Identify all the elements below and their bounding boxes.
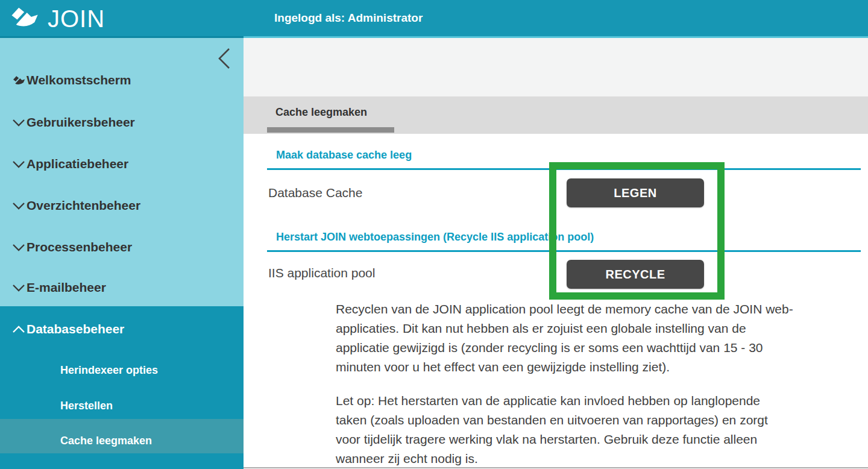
sidebar-item-processenbeheer[interactable]: Processenbeheer bbox=[0, 238, 244, 256]
note-line: Let op: Het herstarten van de applicatie… bbox=[336, 391, 868, 411]
join-logo-icon bbox=[0, 74, 27, 87]
note-line: taken (zoals uploaden van bestanden en u… bbox=[336, 411, 868, 430]
sidebar-subitem-cache-leegmaken[interactable]: Cache leegmaken bbox=[60, 432, 244, 450]
logged-in-status: Ingelogd als: Administrator bbox=[274, 0, 423, 36]
app-window: JOIN Ingelogd als: Administrator Welkoms… bbox=[0, 0, 868, 469]
sidebar-subitem-label: Herstellen bbox=[60, 400, 113, 412]
chevron-up-icon bbox=[0, 326, 27, 333]
join-logo-icon bbox=[9, 4, 42, 33]
topbar: JOIN Ingelogd als: Administrator bbox=[0, 0, 868, 36]
sidebar-subitem-herstellen[interactable]: Herstellen bbox=[60, 397, 244, 415]
chevron-down-icon bbox=[0, 284, 27, 292]
chevron-down-icon bbox=[0, 244, 27, 251]
note-line: voor tijdelijk tragere werking vlak na h… bbox=[336, 430, 868, 449]
brand-title: JOIN bbox=[48, 5, 105, 33]
database-cache-label: Database Cache bbox=[268, 186, 362, 200]
active-tab-underline bbox=[267, 127, 394, 133]
sidebar-item-label: Gebruikersbeheer bbox=[27, 115, 135, 130]
sidebar-item-label: Welkomstscherm bbox=[27, 73, 131, 87]
sidebar-subitem-herindexeer-opties[interactable]: Herindexeer opties bbox=[60, 361, 244, 379]
sidebar-subitem-label: Herindexeer opties bbox=[60, 364, 158, 377]
warning-note-paragraph: Let op: Het herstarten van de applicatie… bbox=[336, 391, 868, 468]
sidebar-item-gebruikersbeheer[interactable]: Gebruikersbeheer bbox=[0, 113, 244, 131]
brand[interactable]: JOIN bbox=[9, 4, 105, 33]
recycle-note-paragraph: Recyclen van de JOIN application pool le… bbox=[336, 300, 868, 377]
sidebar-item-emailbeheer[interactable]: E-mailbeheer bbox=[0, 279, 244, 297]
sidebar-item-databasebeheer[interactable]: Databasebeheer bbox=[0, 320, 244, 338]
sidebar-item-label: E-mailbeheer bbox=[27, 280, 106, 295]
chevron-down-icon bbox=[0, 119, 27, 127]
chevron-down-icon bbox=[0, 202, 27, 210]
chevron-left-icon bbox=[216, 61, 231, 72]
sidebar-item-label: Applicatiebeheer bbox=[27, 157, 128, 171]
sidebar-item-label: Overzichtenbeheer bbox=[27, 198, 140, 213]
note-line: wanneer zij echt nodig is. bbox=[336, 449, 868, 468]
tab-cache-leegmaken[interactable]: Cache leegmaken bbox=[275, 106, 367, 119]
note-line: applicaties. Dit kan nut hebben als er z… bbox=[336, 319, 868, 338]
chevron-down-icon bbox=[0, 160, 27, 168]
sidebar-item-welkomstscherm[interactable]: Welkomstscherm bbox=[0, 71, 244, 89]
content-header-band bbox=[244, 38, 868, 96]
annotation-rectangle bbox=[549, 162, 725, 300]
section-heading-maak-database-cache-leeg: Maak database cache leeg bbox=[276, 149, 412, 162]
sidebar-item-label: Databasebeheer bbox=[27, 322, 124, 336]
content-bottom-border bbox=[244, 467, 868, 468]
section-heading-herstart-join-webtoepassingen: Herstart JOIN webtoepassingen (Recycle I… bbox=[276, 231, 594, 244]
sidebar-collapse-button[interactable] bbox=[216, 47, 231, 70]
note-line: applicatie gewijzigd is (zonder recyclin… bbox=[336, 338, 868, 357]
sidebar-item-overzichtenbeheer[interactable]: Overzichtenbeheer bbox=[0, 197, 244, 215]
sidebar-subitem-label: Cache leegmaken bbox=[60, 435, 152, 447]
note-line: Recyclen van de JOIN application pool le… bbox=[336, 300, 868, 319]
iis-application-pool-label: IIS application pool bbox=[268, 266, 375, 280]
note-line: minuten voor u het effect van een gewijz… bbox=[336, 357, 868, 377]
sidebar-item-applicatiebeheer[interactable]: Applicatiebeheer bbox=[0, 155, 244, 173]
sidebar-item-label: Processenbeheer bbox=[27, 240, 132, 254]
